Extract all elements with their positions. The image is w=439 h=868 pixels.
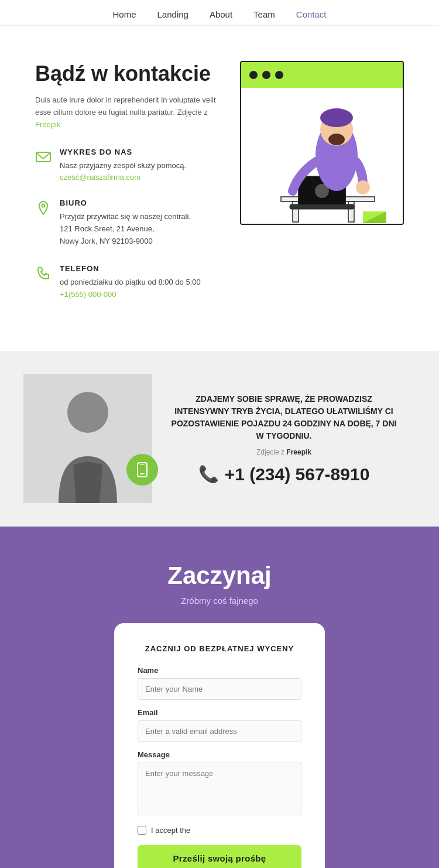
form-card: ZACZNIJ OD BEZPŁATNEJ WYCENY Name Email … xyxy=(114,623,325,868)
nav-team[interactable]: Team xyxy=(253,9,275,19)
phone-number-display: 📞 +1 (234) 567-8910 xyxy=(170,464,398,484)
page-title: Bądź w kontakcie xyxy=(35,61,217,86)
phone-hours: od poniedziałku do piątku od 8:00 do 5:0… xyxy=(60,276,201,289)
office-line2: 121 Rock Sreet, 21 Avenue, xyxy=(60,223,191,235)
nav-landing[interactable]: Landing xyxy=(157,9,188,19)
phone-number-value: +1 (234) 567-8910 xyxy=(225,464,370,484)
email-icon xyxy=(35,149,52,165)
phone-number-link[interactable]: +1(555) 000-000 xyxy=(60,290,116,299)
dot1 xyxy=(249,71,258,79)
contact-left: Bądź w kontakcie Duis aute irure dolor i… xyxy=(35,61,217,316)
name-input[interactable] xyxy=(138,678,301,700)
phone-heading: TELEFON xyxy=(60,264,201,273)
navigation: Home Landing About Team Contact xyxy=(0,0,439,26)
phone-number-icon: 📞 xyxy=(198,464,219,484)
form-heading: ZACZNIJ OD BEZPŁATNEJ WYCENY xyxy=(138,644,301,653)
contact-office-item: BIURO Przyjdź przywitać się w naszej cen… xyxy=(35,199,217,247)
cta-title: Zaczynaj xyxy=(23,562,416,590)
contact-description: Duis aute irure dolor in reprehenderit i… xyxy=(35,94,217,131)
person-svg xyxy=(23,374,152,503)
submit-button[interactable]: Prześlij swoją prośbę xyxy=(138,845,301,868)
email-text: Nasz przyjazny zespół służy pomocą. xyxy=(60,160,186,172)
svg-point-11 xyxy=(328,134,345,145)
email-link[interactable]: cześć@naszafirma.com xyxy=(60,173,140,182)
illustration-topbar xyxy=(241,62,403,88)
email-heading: WYKRES DO NAS xyxy=(60,148,186,156)
dot2 xyxy=(262,71,270,79)
phone-icon xyxy=(35,265,52,282)
nav-contact[interactable]: Contact xyxy=(296,9,327,19)
dot3 xyxy=(275,71,283,79)
svg-point-10 xyxy=(320,108,353,127)
illustration-body xyxy=(241,88,403,225)
office-line3: Nowy Jork, NY 92103-9000 xyxy=(60,235,191,248)
contact-illustration xyxy=(240,61,404,316)
cta-section: Zaczynaj Zróbmy coś fajnego ZACZNIJ OD B… xyxy=(0,527,439,868)
svg-point-16 xyxy=(67,392,108,433)
nav-about[interactable]: About xyxy=(210,9,232,19)
location-icon xyxy=(35,200,52,216)
email-label: Email xyxy=(138,708,301,717)
contact-phone-content: TELEFON od poniedziałku do piątku od 8:0… xyxy=(60,264,201,299)
nav-home[interactable]: Home xyxy=(113,9,136,19)
cta-subtitle: Zróbmy coś fajnego xyxy=(23,596,416,606)
accept-row: I accept the xyxy=(138,826,301,835)
phone-banner-source: Zdjęcie z Freepik xyxy=(170,448,398,456)
illustration-box xyxy=(240,61,404,225)
office-heading: BIURO xyxy=(60,199,191,207)
svg-rect-18 xyxy=(140,473,145,474)
phone-banner-text: ZDAJEMY SOBIE SPRAWĘ, ŻE PROWADZISZ INTE… xyxy=(152,393,416,484)
office-line1: Przyjdź przywitać się w naszej centrali. xyxy=(60,211,191,223)
name-label: Name xyxy=(138,666,301,675)
svg-rect-0 xyxy=(36,152,50,162)
phone-badge-icon xyxy=(134,462,150,478)
email-input[interactable] xyxy=(138,720,301,742)
phone-banner-section: ZDAJEMY SOBIE SPRAWĘ, ŻE PROWADZISZ INTE… xyxy=(0,351,439,527)
contact-section: Bądź w kontakcie Duis aute irure dolor i… xyxy=(0,26,439,351)
contact-email-content: WYKRES DO NAS Nasz przyjazny zespół służ… xyxy=(60,148,186,183)
form-email-group: Email xyxy=(138,708,301,742)
contact-phone-item: TELEFON od poniedziałku do piątku od 8:0… xyxy=(35,264,217,299)
svg-point-1 xyxy=(42,204,45,207)
svg-point-12 xyxy=(356,180,370,194)
form-message-group: Message xyxy=(138,750,301,818)
freepik-source-link: Freepik xyxy=(286,448,311,456)
contact-office-content: BIURO Przyjdź przywitać się w naszej cen… xyxy=(60,199,191,247)
message-input[interactable] xyxy=(138,763,301,815)
svg-rect-19 xyxy=(140,464,145,465)
contact-email-item: WYKRES DO NAS Nasz przyjazny zespół służ… xyxy=(35,148,217,183)
message-label: Message xyxy=(138,750,301,759)
illustration-svg xyxy=(246,97,398,225)
accept-label: I accept the xyxy=(151,826,190,835)
phone-badge xyxy=(126,454,158,486)
phone-image-wrap xyxy=(23,374,152,503)
svg-rect-7 xyxy=(290,204,354,209)
freepik-link[interactable]: Freepik xyxy=(35,120,60,129)
form-name-group: Name xyxy=(138,666,301,700)
accept-checkbox[interactable] xyxy=(138,826,146,835)
phone-banner-headline: ZDAJEMY SOBIE SPRAWĘ, ŻE PROWADZISZ INTE… xyxy=(170,393,398,442)
